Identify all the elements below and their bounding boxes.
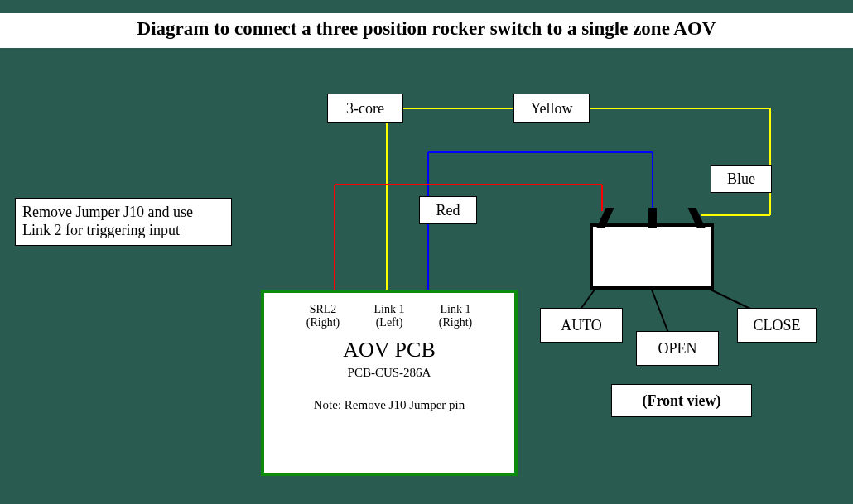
wire-label-3core: 3-core xyxy=(327,94,403,123)
rocker-label-frontview: (Front view) xyxy=(611,384,752,417)
pcb-note: Note: Remove J10 Jumper pin xyxy=(264,398,514,412)
wire-label-yellow: Yellow xyxy=(513,94,590,123)
pcb-pin3: Link 1 xyxy=(441,303,471,315)
jumper-note-text: Remove Jumper J10 and use Link 2 for tri… xyxy=(22,204,224,239)
rocker-label-open: OPEN xyxy=(636,331,719,366)
pcb-pin2: Link 1 xyxy=(374,303,405,315)
svg-line-11 xyxy=(652,290,668,333)
pcb-pin1: SRL2 xyxy=(310,303,337,315)
pcb-pin2-side: (Left) xyxy=(376,316,403,329)
wire-label-blue: Blue xyxy=(711,165,772,193)
wire-label-red: Red xyxy=(419,196,477,224)
pcb-pin1-side: (Right) xyxy=(306,316,340,329)
rocker-terminal-middle xyxy=(648,208,657,228)
rocker-switch-body xyxy=(590,223,714,290)
jumper-note-box: Remove Jumper J10 and use Link 2 for tri… xyxy=(15,198,232,246)
rocker-label-close: CLOSE xyxy=(737,308,817,343)
aov-pcb-block: SRL2 (Right) Link 1 (Left) Link 1 (Right… xyxy=(261,290,518,476)
rocker-label-auto: AUTO xyxy=(540,308,623,343)
pcb-partno: PCB-CUS-286A xyxy=(264,366,514,380)
pcb-name: AOV PCB xyxy=(264,338,514,362)
pcb-pin3-side: (Right) xyxy=(439,316,472,329)
diagram-title: Diagram to connect a three position rock… xyxy=(0,13,853,48)
pcb-pin-labels: SRL2 (Right) Link 1 (Left) Link 1 (Right… xyxy=(264,303,514,329)
